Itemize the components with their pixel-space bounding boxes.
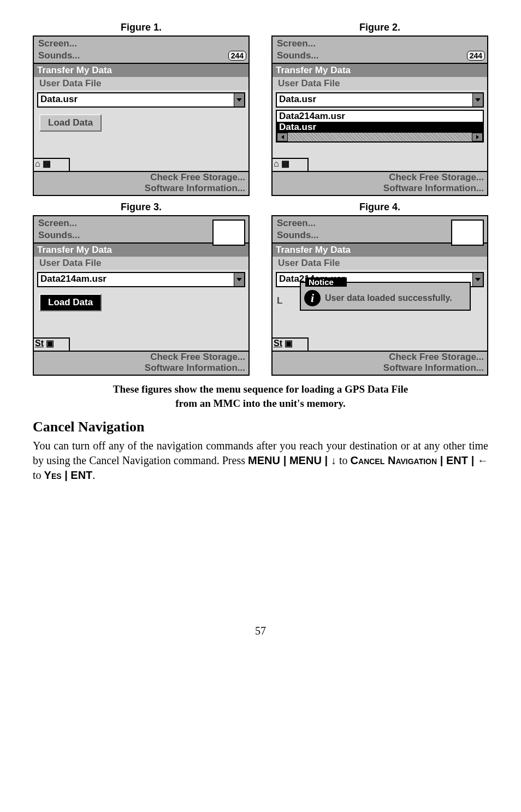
- menu-item-check-storage[interactable]: Check Free Storage...: [276, 352, 484, 363]
- figure-1: Figure 1. Screen... Sounds... 244 Transf…: [33, 22, 250, 196]
- scrollbar[interactable]: [277, 133, 483, 141]
- menu-item-sounds[interactable]: Sounds...: [38, 229, 80, 241]
- notice-dialog: Notice i User data loaded successfully.: [300, 282, 471, 311]
- menu-item-sounds[interactable]: Sounds...: [38, 50, 80, 62]
- bottom-menu: Check Free Storage... Software Informati…: [273, 351, 487, 375]
- menu-item-software-info[interactable]: Software Information...: [276, 363, 484, 374]
- map-icon: St ▣: [35, 340, 68, 347]
- menu-item-software-info[interactable]: Software Information...: [37, 363, 245, 374]
- figure-4: Figure 4. Screen... Sounds... Transfer M…: [271, 201, 488, 376]
- chevron-down-icon[interactable]: [472, 273, 483, 286]
- menu-top: Screen... Sounds...: [34, 216, 248, 244]
- bottom-menu: Check Free Storage... Software Informati…: [34, 351, 248, 375]
- info-icon: i: [304, 290, 321, 306]
- chevron-down-icon[interactable]: [472, 93, 483, 106]
- map-icon: St ▣: [274, 340, 306, 347]
- menu-top: Screen... Sounds... 244: [34, 37, 248, 64]
- transfer-header: Transfer My Data: [273, 64, 487, 77]
- user-data-header: User Data File: [34, 257, 248, 270]
- scroll-right-icon[interactable]: [472, 133, 483, 141]
- menu-item-check-storage[interactable]: Check Free Storage...: [276, 172, 484, 183]
- load-data-button[interactable]: Load Data: [39, 294, 102, 311]
- menu-item-software-info[interactable]: Software Information...: [276, 183, 484, 194]
- file-dropdown[interactable]: Data214am.usr: [37, 272, 245, 287]
- map-icon: ⌂ ▦: [35, 160, 68, 168]
- figure-4-label: Figure 4.: [271, 201, 488, 213]
- figure-2-label: Figure 2.: [271, 22, 488, 33]
- bearing-badge: 244: [228, 51, 246, 61]
- page-number: 57: [33, 625, 488, 637]
- dropdown-value: Data.usr: [277, 93, 472, 106]
- figure-2: Figure 2. Screen... Sounds... 244 Transf…: [271, 22, 488, 196]
- dropdown-value: Data214am.usr: [38, 273, 234, 286]
- dropdown-value: Data.usr: [38, 93, 234, 106]
- dropdown-list[interactable]: Data214am.usr Data.usr: [276, 110, 484, 143]
- blank-panel: [212, 220, 245, 246]
- menu-item-check-storage[interactable]: Check Free Storage...: [37, 352, 245, 363]
- bottom-menu: Check Free Storage... Software Informati…: [34, 171, 248, 195]
- menu-item-software-info[interactable]: Software Information...: [37, 183, 245, 194]
- user-data-header: User Data File: [273, 77, 487, 90]
- body-paragraph: You can turn off any of the navigation c…: [33, 438, 488, 483]
- list-item-selected[interactable]: Data.usr: [277, 122, 483, 133]
- notice-title: Notice: [305, 277, 347, 287]
- figure-3-label: Figure 3.: [33, 201, 250, 213]
- menu-item-sounds[interactable]: Sounds...: [277, 50, 319, 62]
- file-dropdown[interactable]: Data.usr: [276, 92, 484, 108]
- chevron-down-icon[interactable]: [234, 273, 244, 286]
- figure-3-screen: Screen... Sounds... Transfer My Data Use…: [33, 215, 250, 376]
- l-label: L: [277, 295, 282, 306]
- user-data-header: User Data File: [34, 77, 248, 90]
- menu-item-check-storage[interactable]: Check Free Storage...: [37, 172, 245, 183]
- bearing-badge: 244: [467, 51, 485, 61]
- menu-item-sounds[interactable]: Sounds...: [277, 229, 319, 241]
- figure-2-screen: Screen... Sounds... 244 Transfer My Data…: [271, 35, 488, 196]
- file-dropdown[interactable]: Data.usr: [37, 92, 245, 108]
- section-title: Cancel Navigation: [33, 419, 488, 435]
- blank-panel: [451, 220, 484, 246]
- menu-item-screen[interactable]: Screen...: [277, 38, 483, 50]
- menu-top: Screen... Sounds... 244: [273, 37, 487, 64]
- scroll-track[interactable]: [288, 133, 472, 141]
- user-data-header: User Data File: [273, 257, 487, 270]
- down-arrow-icon: ↓: [331, 454, 336, 466]
- load-data-button[interactable]: Load Data: [39, 114, 102, 132]
- figure-4-screen: Screen... Sounds... Transfer My Data Use…: [271, 215, 488, 376]
- map-icon: ⌂ ▦: [274, 160, 306, 168]
- notice-text: User data loaded successfully.: [325, 293, 452, 303]
- menu-top: Screen... Sounds...: [273, 216, 487, 244]
- transfer-header: Transfer My Data: [34, 64, 248, 77]
- figure-1-screen: Screen... Sounds... 244 Transfer My Data…: [33, 35, 250, 196]
- scroll-left-icon[interactable]: [277, 133, 288, 141]
- list-item[interactable]: Data214am.usr: [277, 111, 483, 122]
- figure-1-label: Figure 1.: [33, 22, 250, 33]
- figure-3: Figure 3. Screen... Sounds... Transfer M…: [33, 201, 250, 376]
- bottom-menu: Check Free Storage... Software Informati…: [273, 171, 487, 195]
- menu-item-screen[interactable]: Screen...: [38, 38, 244, 50]
- left-arrow-icon: ←: [477, 454, 488, 466]
- figure-caption: These figures show the menu sequence for…: [33, 382, 488, 410]
- chevron-down-icon[interactable]: [234, 93, 244, 106]
